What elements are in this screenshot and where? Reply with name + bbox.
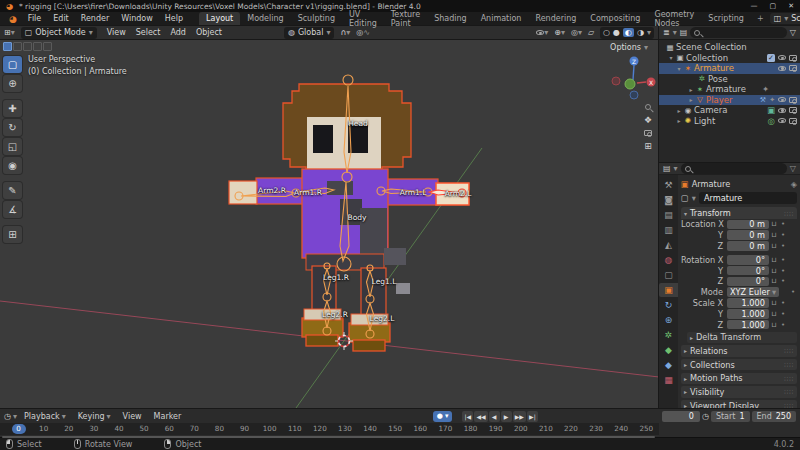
- rotation-mode-dropdown[interactable]: XYZ Euler▾: [727, 287, 779, 297]
- camera-restrict-icon[interactable]: [789, 118, 797, 124]
- maximize-button[interactable]: ▢: [770, 2, 777, 10]
- menu-add[interactable]: Add: [166, 28, 190, 37]
- tab-uv-editing[interactable]: UV Editing: [342, 12, 384, 25]
- camera-view-button[interactable]: [644, 130, 652, 136]
- current-frame-field[interactable]: 0: [662, 411, 700, 422]
- tab-bone-constraint[interactable]: ◆: [659, 358, 678, 372]
- eye-icon[interactable]: [778, 97, 786, 102]
- prev-frame-button[interactable]: ◀: [489, 411, 500, 422]
- properties-editor-icon[interactable]: ▤: [663, 164, 671, 173]
- menu-help[interactable]: Help: [159, 12, 189, 25]
- animate-dot[interactable]: •: [779, 231, 787, 239]
- move-tool[interactable]: ✚: [3, 100, 22, 117]
- timeline-scrollbar[interactable]: [2, 436, 655, 439]
- next-keyframe-button[interactable]: ▶▶: [513, 411, 526, 422]
- outliner-row-camera[interactable]: ▸ ◉ Camera ▣: [659, 105, 800, 116]
- tab-layout[interactable]: Layout: [199, 12, 240, 25]
- lock-icon[interactable]: ⊔: [769, 299, 779, 307]
- jump-to-end-button[interactable]: ▶|: [527, 411, 538, 422]
- tab-object[interactable]: ▣: [659, 283, 678, 297]
- collections-panel[interactable]: ▸Collections∷∷: [681, 359, 797, 371]
- scale-x-field[interactable]: 1.000: [727, 298, 769, 308]
- caret-icon[interactable]: ▾: [675, 65, 683, 72]
- transform-tool[interactable]: ◉: [3, 157, 22, 174]
- rotation-y-field[interactable]: 0°: [727, 266, 769, 276]
- scale-y-field[interactable]: 1.000: [727, 309, 769, 319]
- eye-icon[interactable]: [778, 108, 786, 113]
- tab-physics[interactable]: ↻: [659, 298, 678, 312]
- camera-restrict-icon[interactable]: [789, 55, 797, 61]
- panel-grip[interactable]: ∷∷: [784, 388, 794, 395]
- viewport-display-panel[interactable]: ▸Viewport Display∷∷: [681, 400, 797, 408]
- tab-render[interactable]: ◙: [659, 193, 678, 207]
- zoom-view-button[interactable]: [645, 104, 651, 110]
- end-frame-field[interactable]: End250: [752, 411, 796, 422]
- animate-dot[interactable]: •: [779, 299, 787, 307]
- animate-dot[interactable]: •: [779, 267, 787, 275]
- panel-grip[interactable]: ∷∷: [784, 210, 794, 217]
- camera-restrict-icon[interactable]: [789, 107, 797, 113]
- location-x-field[interactable]: 0 m: [727, 220, 769, 230]
- shading-solid-button[interactable]: ●: [613, 28, 620, 37]
- caret-icon[interactable]: ▸: [687, 86, 695, 93]
- properties-filter-button[interactable]: ▽: [790, 164, 796, 173]
- menu-marker[interactable]: Marker: [149, 412, 187, 421]
- measure-tool[interactable]: ∡: [3, 201, 22, 218]
- scale-z-field[interactable]: 1.000: [727, 320, 769, 330]
- select-mode-extend[interactable]: [13, 42, 22, 51]
- panel-grip[interactable]: ∷∷: [784, 347, 794, 354]
- location-y-field[interactable]: 0 m: [727, 230, 769, 240]
- select-mode-invert[interactable]: [33, 42, 42, 51]
- outliner-row-pose[interactable]: ✲ Pose: [659, 74, 800, 85]
- shading-material-button[interactable]: ◐: [623, 28, 634, 37]
- select-mode-subtract[interactable]: [23, 42, 32, 51]
- gizmos-dropdown[interactable]: ⊕▾: [554, 28, 565, 37]
- tab-shading[interactable]: Shading: [427, 12, 474, 25]
- tab-rendering[interactable]: Rendering: [528, 12, 583, 25]
- ortho-toggle-button[interactable]: ⊞: [644, 141, 652, 151]
- outliner-filter-image-icon[interactable]: ▤: [680, 28, 688, 37]
- outliner-row-armature-data[interactable]: ▸ ✶ Armature ✦: [659, 84, 800, 95]
- motion-paths-panel[interactable]: ▸Motion Paths∷∷: [681, 373, 797, 385]
- jump-to-start-button[interactable]: |◀: [462, 411, 473, 422]
- options-dropdown[interactable]: Options ▾: [610, 43, 648, 52]
- outliner-row-scene-collection[interactable]: ▦ Scene Collection: [659, 42, 800, 53]
- tab-texture[interactable]: ▦: [659, 373, 678, 387]
- scale-tool[interactable]: ◱: [3, 138, 22, 155]
- navigation-gizmo[interactable]: Z X: [612, 57, 656, 100]
- add-cube-tool[interactable]: ⊞: [3, 226, 22, 243]
- rotation-x-field[interactable]: 0°: [727, 255, 769, 265]
- caret-icon[interactable]: ▸: [675, 117, 683, 124]
- panel-grip[interactable]: ∷∷: [784, 361, 794, 368]
- caret-icon[interactable]: ▾: [667, 54, 675, 61]
- outliner-row-armature[interactable]: ▾ ✶ Armature: [659, 63, 800, 74]
- tab-view-layer[interactable]: ▥: [659, 223, 678, 237]
- shading-wireframe-button[interactable]: ○: [603, 28, 610, 37]
- animate-dot[interactable]: •: [779, 321, 787, 329]
- select-mode-new[interactable]: [3, 42, 12, 51]
- caret-icon[interactable]: ▸: [675, 107, 683, 114]
- lock-icon[interactable]: ⊔: [769, 231, 779, 239]
- show-hide-dropdown[interactable]: ▾: [536, 28, 548, 37]
- animate-dot[interactable]: •: [789, 288, 797, 296]
- camera-restrict-icon[interactable]: [789, 97, 797, 103]
- object-name-field[interactable]: Armature: [699, 192, 797, 204]
- pin-icon[interactable]: ◈: [791, 179, 797, 189]
- lock-icon[interactable]: ⊔: [769, 310, 779, 318]
- menu-playback[interactable]: Playback▾: [19, 412, 71, 421]
- animate-dot[interactable]: •: [779, 242, 787, 250]
- tab-object-data[interactable]: ✲: [659, 328, 678, 342]
- tab-scene[interactable]: ◭: [659, 238, 678, 252]
- relations-panel[interactable]: ▸Relations∷∷: [681, 345, 797, 357]
- caret-icon[interactable]: ▸: [687, 96, 695, 103]
- menu-keying[interactable]: Keying▾: [73, 412, 116, 421]
- tab-compositing[interactable]: Compositing: [583, 12, 647, 25]
- tab-geometry-nodes[interactable]: Geometry Nodes: [647, 12, 701, 25]
- outliner-search-input[interactable]: [690, 27, 787, 38]
- animate-dot[interactable]: •: [779, 256, 787, 264]
- menu-file[interactable]: File: [22, 12, 47, 25]
- lock-icon[interactable]: ⊔: [769, 220, 779, 228]
- blender-menu-icon[interactable]: ◕: [4, 12, 22, 25]
- mode-selector[interactable]: ▢ Object Mode ▾: [21, 27, 97, 39]
- scene-selector[interactable]: ◫ ▾ Scene ▣: [770, 13, 800, 24]
